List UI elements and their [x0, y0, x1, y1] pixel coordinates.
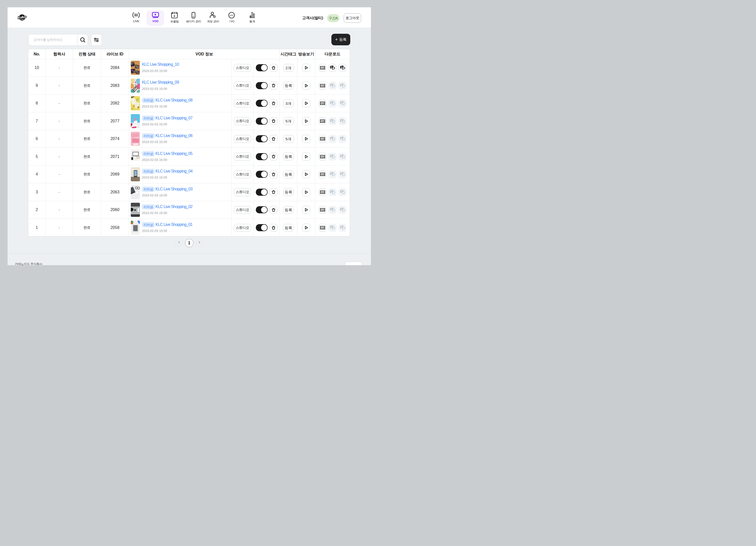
svg-text:VOD: VOD: [321, 191, 324, 193]
svg-text:C: C: [331, 155, 333, 157]
svg-text:VOD: VOD: [321, 120, 324, 122]
svg-text:VOD: VOD: [321, 85, 324, 86]
svg-text:LIVE: LIVE: [20, 19, 24, 20]
svg-text:VOD: VOD: [321, 138, 324, 140]
svg-text:C: C: [331, 226, 333, 229]
svg-text:VOD: VOD: [321, 227, 324, 229]
svg-text:C: C: [331, 208, 333, 211]
svg-text:VOD: VOD: [321, 174, 324, 175]
svg-text:C: C: [331, 102, 333, 104]
svg-text:C: C: [331, 66, 333, 69]
svg-text:C: C: [331, 190, 333, 193]
svg-text:C: C: [331, 119, 333, 122]
svg-text:C: C: [331, 173, 333, 175]
svg-text:VOD: VOD: [321, 103, 324, 104]
svg-text:VOD: VOD: [321, 209, 324, 211]
svg-text:VOD: VOD: [321, 67, 324, 69]
svg-text:C: C: [331, 137, 333, 140]
svg-text:VOD: VOD: [321, 156, 324, 157]
svg-text:C: C: [331, 84, 333, 86]
